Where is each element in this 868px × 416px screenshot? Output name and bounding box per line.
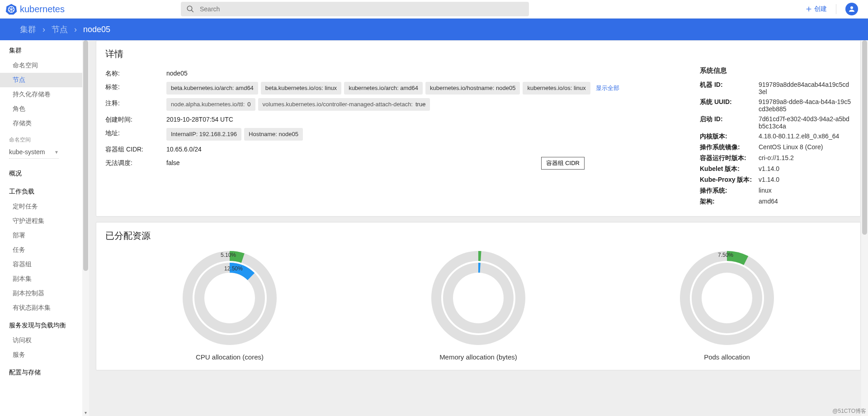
user-icon [848, 5, 856, 13]
sysinfo-key: 启动 ID: [700, 115, 759, 130]
sysinfo-key: Kubelet 版本: [700, 165, 759, 173]
nav-namespaces[interactable]: 命名空间 [0, 58, 82, 73]
ns-section-label: 命名空间 [0, 131, 82, 145]
chart-title: CPU allocation (cores) [196, 353, 264, 361]
topbar-right: 创建 [805, 3, 858, 15]
nav-nodes[interactable]: 节点 [0, 73, 82, 87]
label-unsched: 无法调度: [105, 158, 166, 168]
sysinfo-row: 机器 ID:919789a8dde84acab44a19c5cd3el [700, 80, 851, 97]
nav-pv[interactable]: 持久化存储卷 [0, 87, 82, 102]
nav-storageclass[interactable]: 存储类 [0, 116, 82, 131]
plus-icon [805, 5, 812, 13]
breadcrumb-root[interactable]: 集群 [20, 24, 36, 35]
sidebar-scrollbar[interactable]: ▴ ▾ [82, 40, 89, 416]
address-chip: Hostname: node05 [244, 128, 303, 141]
nav-cronjobs[interactable]: 定时任务 [0, 199, 82, 214]
sysinfo-row: 系统 UUID:919789a8-dde8-4aca-b44a-19c5cd3e… [700, 97, 851, 114]
sysinfo-row: 操作系统镜像:CentOS Linux 8 (Core) [700, 142, 851, 153]
annotation-chip: node.alpha.kubernetes.io/ttl:0 [166, 98, 255, 111]
breadcrumb: 集群 › 节点 › node05 [20, 24, 110, 35]
sysinfo-value: v1.14.0 [759, 176, 851, 184]
label-name: 名称: [105, 68, 166, 78]
brand-logo[interactable]: kubernetes [5, 3, 65, 15]
allocated-title: 已分配资源 [105, 230, 851, 242]
sysinfo-key: 操作系统: [700, 187, 759, 195]
breadcrumb-bar: 集群 › 节点 › node05 [0, 19, 868, 40]
details-card: 详情 名称: node05 标签: beta.kubernetes.io/arc… [96, 40, 861, 217]
watermark: @51CTO博客 [832, 407, 866, 415]
sysinfo-value: CentOS Linux 8 (Core) [759, 143, 851, 151]
sysinfo-key: 架构: [700, 198, 759, 206]
sysinfo-title: 系统信息 [700, 66, 851, 75]
sidebar: 集群 命名空间 节点 持久化存储卷 角色 存储类 命名空间 kube-syste… [0, 40, 90, 416]
scrollbar-thumb[interactable] [862, 40, 867, 235]
main-content: 详情 名称: node05 标签: beta.kubernetes.io/arc… [96, 40, 861, 416]
brand-text: kubernetes [20, 4, 65, 14]
sysinfo-row: 内核版本:4.18.0-80.11.2.el8_0.x86_64 [700, 131, 851, 142]
nav-header-config[interactable]: 配置与存储 [0, 362, 82, 380]
label-chip: beta.kubernetes.io/os: linux [261, 82, 341, 95]
label-annotations: 注释: [105, 98, 166, 108]
pod-cidr-button[interactable]: 容器组 CIDR [541, 157, 585, 170]
sysinfo-row: Kubelet 版本:v1.14.0 [700, 164, 851, 175]
nav-header-cluster[interactable]: 集群 [0, 40, 82, 58]
sysinfo-key: 容器运行时版本: [700, 154, 759, 162]
sysinfo-key: 系统 UUID: [700, 98, 759, 113]
nav-pods[interactable]: 容器组 [0, 257, 82, 272]
chart-title: Pods allocation [704, 353, 750, 361]
label-podcidr: 容器组 CIDR: [105, 144, 166, 154]
search-box[interactable] [181, 2, 529, 16]
value-unsched: false [166, 158, 682, 168]
chevron-right-icon: › [74, 25, 77, 34]
search-input[interactable] [200, 5, 524, 13]
label-address: 地址: [105, 128, 166, 138]
label-chip: kubernetes.io/hostname: node05 [425, 82, 520, 95]
value-name: node05 [166, 68, 682, 78]
create-button[interactable]: 创建 [805, 5, 827, 13]
namespace-value: kube-system [9, 148, 45, 156]
nav-roles[interactable]: 角色 [0, 102, 82, 116]
sysinfo-row: 操作系统:linux [700, 185, 851, 196]
namespace-select[interactable]: kube-system ▼ [9, 146, 59, 159]
nav-header-workloads[interactable]: 工作负载 [0, 181, 82, 199]
breadcrumb-nodes[interactable]: 节点 [52, 24, 68, 35]
nav-jobs[interactable]: 任务 [0, 243, 82, 257]
main-scrollbar[interactable] [861, 40, 868, 416]
sysinfo-value: 919789a8-dde8-4aca-b44a-19c5cd3eb885 [759, 98, 851, 113]
sysinfo-value: v1.14.0 [759, 165, 851, 173]
chevron-right-icon: › [42, 25, 45, 34]
donut-chart: 7.50%Pods allocation [659, 248, 795, 361]
sysinfo-value: cri-o://1.15.2 [759, 154, 851, 162]
nav-header-discovery[interactable]: 服务发现与负载均衡 [0, 315, 82, 333]
sysinfo-key: 内核版本: [700, 132, 759, 141]
nav-daemonsets[interactable]: 守护进程集 [0, 214, 82, 228]
sysinfo-key: 机器 ID: [700, 81, 759, 95]
svg-line-9 [191, 10, 193, 12]
donut-chart: 5.10%12.50%CPU allocation (cores) [162, 248, 297, 361]
value-created: 2019-10-28T07:54 UTC [166, 114, 682, 124]
sysinfo-key: 操作系统镜像: [700, 143, 759, 151]
sysinfo-row: 架构:amd64 [700, 196, 851, 207]
nav-services[interactable]: 服务 [0, 348, 82, 362]
create-label: 创建 [814, 5, 827, 13]
system-info: 系统信息 机器 ID:919789a8dde84acab44a19c5cd3el… [700, 66, 851, 207]
topbar: kubernetes 创建 [0, 0, 868, 19]
nav-statefulsets[interactable]: 有状态副本集 [0, 301, 82, 315]
nav-rc[interactable]: 副本控制器 [0, 286, 82, 301]
show-all-labels[interactable]: 显示全部 [593, 82, 622, 95]
nav-deployments[interactable]: 部署 [0, 228, 82, 243]
sysinfo-value: 4.18.0-80.11.2.el8_0.x86_64 [759, 132, 851, 141]
outer-pct-label: 7.50% [718, 252, 733, 258]
sysinfo-row: 容器运行时版本:cri-o://1.15.2 [700, 153, 851, 164]
details-title: 详情 [105, 48, 851, 60]
nav-replicasets[interactable]: 副本集 [0, 272, 82, 286]
scrollbar-thumb[interactable] [83, 40, 88, 271]
label-chip: kubernetes.io/arch: amd64 [344, 82, 423, 95]
nav-overview[interactable]: 概况 [0, 163, 82, 181]
svg-point-12 [850, 6, 853, 9]
user-menu[interactable] [845, 3, 858, 15]
annotation-chip: volumes.kubernetes.io/controller-managed… [258, 98, 430, 111]
breadcrumb-current: node05 [83, 25, 110, 34]
nav-ingress[interactable]: 访问权 [0, 333, 82, 348]
kubernetes-icon [5, 3, 17, 15]
